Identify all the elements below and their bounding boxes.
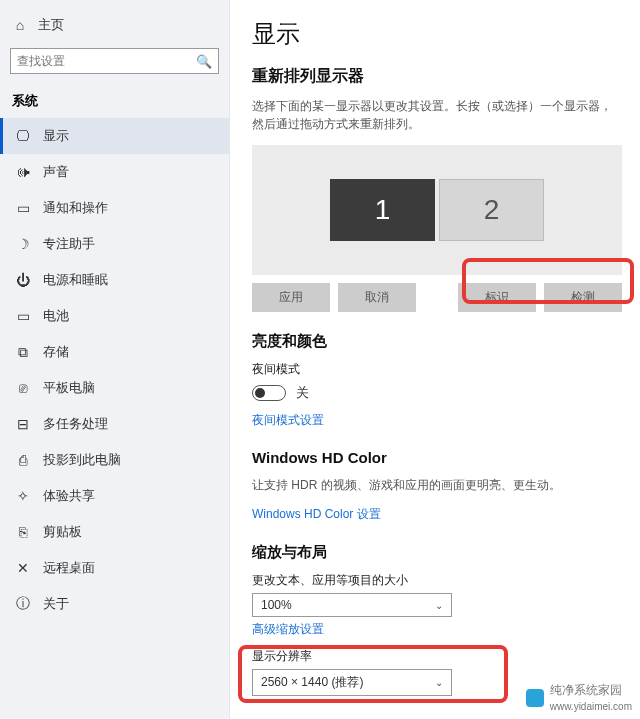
sidebar-item-battery[interactable]: ▭ 电池 — [0, 298, 229, 334]
sidebar-item-remote-desktop[interactable]: ✕ 远程桌面 — [0, 550, 229, 586]
scale-value: 100% — [261, 598, 292, 612]
sidebar-item-label: 显示 — [43, 127, 69, 145]
sidebar-item-tablet[interactable]: ⎚ 平板电脑 — [0, 370, 229, 406]
search-input[interactable] — [17, 54, 196, 68]
notification-icon: ▭ — [15, 200, 31, 216]
sidebar-item-label: 声音 — [43, 163, 69, 181]
hdr-desc: 让支持 HDR 的视频、游戏和应用的画面更明亮、更生动。 — [252, 476, 622, 494]
sidebar-item-power[interactable]: ⏻ 电源和睡眠 — [0, 262, 229, 298]
sidebar-item-clipboard[interactable]: ⎘ 剪贴板 — [0, 514, 229, 550]
sidebar-item-sound[interactable]: 🕪 声音 — [0, 154, 229, 190]
watermark: 纯净系统家园 www.yidaimei.com — [526, 682, 632, 713]
sidebar-item-label: 剪贴板 — [43, 523, 82, 541]
rearrange-title: 重新排列显示器 — [252, 66, 622, 87]
scale-label: 更改文本、应用等项目的大小 — [252, 572, 622, 589]
sidebar-item-label: 远程桌面 — [43, 559, 95, 577]
settings-sidebar: ⌂ 主页 🔍 系统 🖵 显示 🕪 声音 ▭ 通知和操作 ☽ 专注助手 ⏻ 电源和… — [0, 0, 230, 719]
home-link[interactable]: ⌂ 主页 — [0, 10, 229, 40]
sidebar-item-label: 关于 — [43, 595, 69, 613]
search-icon: 🔍 — [196, 54, 212, 69]
sidebar-item-label: 投影到此电脑 — [43, 451, 121, 469]
sidebar-item-label: 存储 — [43, 343, 69, 361]
sidebar-item-shared-experiences[interactable]: ✧ 体验共享 — [0, 478, 229, 514]
home-label: 主页 — [38, 16, 64, 34]
chevron-down-icon: ⌄ — [435, 677, 443, 688]
display-icon: 🖵 — [15, 128, 31, 144]
hdr-settings-link[interactable]: Windows HD Color 设置 — [252, 506, 622, 523]
home-icon: ⌂ — [12, 17, 28, 33]
sidebar-item-label: 电池 — [43, 307, 69, 325]
advanced-scale-link[interactable]: 高级缩放设置 — [252, 621, 622, 638]
power-icon: ⏻ — [15, 272, 31, 288]
monitor-1[interactable]: 1 — [330, 179, 435, 241]
tablet-icon: ⎚ — [15, 380, 31, 396]
sidebar-item-storage[interactable]: ⧉ 存储 — [0, 334, 229, 370]
night-light-toggle[interactable] — [252, 385, 286, 401]
night-light-state: 关 — [296, 384, 309, 402]
resolution-label: 显示分辨率 — [252, 648, 622, 665]
watermark-text: 纯净系统家园 — [550, 683, 622, 697]
hdr-title: Windows HD Color — [252, 449, 622, 466]
resolution-select[interactable]: 2560 × 1440 (推荐) ⌄ — [252, 669, 452, 696]
clipboard-icon: ⎘ — [15, 524, 31, 540]
sidebar-item-projecting[interactable]: ⎙ 投影到此电脑 — [0, 442, 229, 478]
sidebar-item-about[interactable]: ⓘ 关于 — [0, 586, 229, 622]
sidebar-item-label: 平板电脑 — [43, 379, 95, 397]
brightness-title: 亮度和颜色 — [252, 332, 622, 351]
battery-icon: ▭ — [15, 308, 31, 324]
sidebar-category: 系统 — [0, 86, 229, 118]
identify-button[interactable]: 标识 — [458, 283, 536, 312]
rearrange-desc: 选择下面的某一显示器以更改其设置。长按（或选择）一个显示器，然后通过拖动方式来重… — [252, 97, 622, 133]
display-arrange-area[interactable]: 1 2 — [252, 145, 622, 275]
remote-desktop-icon: ✕ — [15, 560, 31, 576]
cancel-button[interactable]: 取消 — [338, 283, 416, 312]
night-light-label: 夜间模式 — [252, 361, 622, 378]
multitasking-icon: ⊟ — [15, 416, 31, 432]
sidebar-item-label: 通知和操作 — [43, 199, 108, 217]
search-box[interactable]: 🔍 — [10, 48, 219, 74]
sidebar-item-label: 体验共享 — [43, 487, 95, 505]
main-content: 显示 重新排列显示器 选择下面的某一显示器以更改其设置。长按（或选择）一个显示器… — [230, 0, 640, 719]
sidebar-item-label: 多任务处理 — [43, 415, 108, 433]
about-icon: ⓘ — [15, 596, 31, 612]
scale-title: 缩放与布局 — [252, 543, 622, 562]
detect-button[interactable]: 检测 — [544, 283, 622, 312]
projecting-icon: ⎙ — [15, 452, 31, 468]
focus-assist-icon: ☽ — [15, 236, 31, 252]
resolution-value: 2560 × 1440 (推荐) — [261, 674, 363, 691]
sidebar-item-notifications[interactable]: ▭ 通知和操作 — [0, 190, 229, 226]
watermark-url: www.yidaimei.com — [550, 701, 632, 712]
scale-select[interactable]: 100% ⌄ — [252, 593, 452, 617]
apply-button[interactable]: 应用 — [252, 283, 330, 312]
sidebar-item-label: 专注助手 — [43, 235, 95, 253]
night-light-settings-link[interactable]: 夜间模式设置 — [252, 412, 622, 429]
sidebar-item-multitasking[interactable]: ⊟ 多任务处理 — [0, 406, 229, 442]
storage-icon: ⧉ — [15, 344, 31, 360]
watermark-logo-icon — [526, 689, 544, 707]
sidebar-item-focus-assist[interactable]: ☽ 专注助手 — [0, 226, 229, 262]
chevron-down-icon: ⌄ — [435, 600, 443, 611]
shared-icon: ✧ — [15, 488, 31, 504]
monitor-2[interactable]: 2 — [439, 179, 544, 241]
sound-icon: 🕪 — [15, 164, 31, 180]
sidebar-item-display[interactable]: 🖵 显示 — [0, 118, 229, 154]
sidebar-item-label: 电源和睡眠 — [43, 271, 108, 289]
page-title: 显示 — [252, 18, 622, 50]
